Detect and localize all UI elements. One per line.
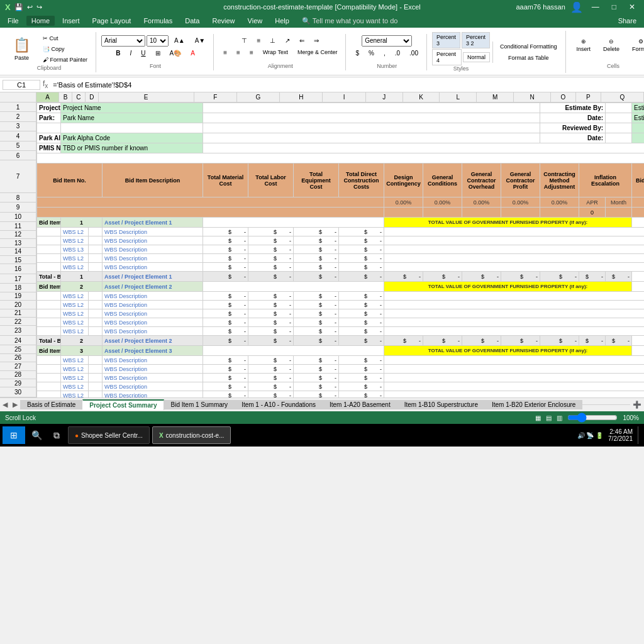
row-25[interactable]: 25 — [0, 345, 36, 353]
taskbar-app-1[interactable]: ● Shopee Seller Centr... — [68, 426, 150, 444]
row-18[interactable]: 18 — [0, 284, 36, 292]
menu-insert[interactable]: Insert — [57, 16, 85, 26]
wrap-text-btn[interactable]: Wrap Text — [258, 47, 292, 57]
pmis-value-cell[interactable]: TBD or PMIS number if known — [61, 143, 203, 153]
row-13[interactable]: 13 — [0, 239, 36, 247]
col-p[interactable]: P — [576, 92, 601, 103]
delete-cells-btn[interactable]: ⊖Delete — [597, 35, 625, 55]
menu-formulas[interactable]: Formulas — [138, 16, 177, 26]
row-7[interactable]: 7 — [0, 160, 36, 193]
add-sheet-btn[interactable]: ➕ — [630, 399, 644, 410]
row-12[interactable]: 12 — [0, 231, 36, 239]
sheet-tab-basis[interactable]: Basis of Estimate — [20, 400, 82, 409]
align-left-btn[interactable]: ≡ — [219, 47, 231, 58]
sheet-nav-right[interactable]: ▶ — [10, 399, 20, 410]
menu-review[interactable]: Review — [207, 16, 240, 26]
show-desktop-btn[interactable] — [638, 426, 641, 444]
number-format-select[interactable]: General — [362, 35, 412, 47]
col-i[interactable]: I — [323, 92, 365, 103]
wbs-desc-15[interactable]: WBS Description — [103, 263, 203, 272]
font-color-btn[interactable]: A — [186, 48, 199, 58]
border-btn[interactable]: ⊞ — [151, 48, 165, 58]
decimal-inc-btn[interactable]: .0 — [391, 48, 404, 58]
row-27[interactable]: 27 — [0, 362, 36, 370]
zoom-slider[interactable] — [567, 414, 618, 421]
merge-center-btn[interactable]: Merge & Center — [293, 47, 342, 57]
project-label-cell[interactable]: Project: — [37, 103, 61, 113]
row-5[interactable]: 5 — [0, 142, 36, 151]
search-btn[interactable]: 🔍 — [28, 426, 45, 444]
col-f[interactable]: F — [194, 92, 237, 103]
insert-cells-btn[interactable]: ⊕Insert — [571, 35, 597, 55]
row-6[interactable]: 6 — [0, 151, 36, 160]
gov-value-3[interactable]: $ - — [632, 346, 644, 356]
row-15[interactable]: 15 — [0, 256, 36, 264]
col-e[interactable]: E — [99, 92, 194, 103]
row-19[interactable]: 19 — [0, 292, 36, 301]
align-top-btn[interactable]: ⊤ — [237, 35, 252, 46]
align-middle-btn[interactable]: ≡ — [252, 35, 265, 46]
project-value-cell[interactable]: Project Name — [61, 103, 203, 113]
sheet-nav-left[interactable]: ◀ — [0, 399, 10, 410]
col-c[interactable]: C — [72, 92, 86, 103]
menu-help[interactable]: Help — [270, 16, 294, 26]
decimal-dec-btn[interactable]: .00 — [405, 48, 423, 58]
gov-value-2[interactable]: $ - — [632, 282, 644, 292]
sheet-tab-item-a10[interactable]: Item 1 - A10 - Foundations — [235, 400, 323, 409]
row-24[interactable]: 24 — [0, 336, 36, 345]
col-j[interactable]: J — [366, 92, 403, 103]
quick-access-undo[interactable]: ↩ — [27, 3, 33, 11]
row-22[interactable]: 22 — [0, 318, 36, 326]
wbs-desc-13[interactable]: WBS Description — [103, 245, 203, 254]
bid-item-3-desc[interactable]: Asset / Project Element 3 — [103, 346, 203, 356]
minimize-btn[interactable]: — — [588, 3, 603, 11]
sheet-tab-item-b20[interactable]: Item 1-B20 Exterior Enclosure — [485, 400, 582, 409]
font-increase-btn[interactable]: A▲ — [170, 35, 189, 46]
park-alpha-cell[interactable]: Park Alpha Code — [61, 133, 203, 143]
col-m[interactable]: M — [477, 92, 514, 103]
font-size-select[interactable]: 10 — [147, 35, 169, 47]
col-l[interactable]: L — [440, 92, 477, 103]
col-d[interactable]: D — [86, 92, 99, 103]
menu-file[interactable]: File — [3, 16, 24, 26]
row-17[interactable]: 17 — [0, 274, 36, 284]
sheet-tab-item-b10[interactable]: Item 1-B10 Superstructure — [397, 400, 485, 409]
mat-11[interactable]: $ - — [203, 228, 248, 236]
percent-btn[interactable]: % — [364, 48, 379, 58]
sheet-tab-project-cost[interactable]: Project Cost Summary — [82, 399, 164, 410]
col-a[interactable]: A — [36, 92, 59, 103]
font-decrease-btn[interactable]: A▼ — [191, 35, 210, 46]
menu-page-layout[interactable]: Page Layout — [87, 16, 136, 26]
menu-search[interactable]: 🔍 Tell me what you want to do — [297, 16, 403, 26]
indent-increase-btn[interactable]: ⇒ — [309, 35, 323, 46]
taskview-btn[interactable]: ⧉ — [48, 426, 65, 444]
formula-input[interactable]: ='Basis of Estimate'!$D$4 — [50, 80, 641, 89]
direct-11[interactable]: $ - — [339, 228, 384, 236]
bid-item-2-desc[interactable]: Asset / Project Element 2 — [103, 282, 203, 292]
lab-11[interactable]: $ - — [248, 228, 294, 236]
row-30[interactable]: 30 — [0, 387, 36, 397]
paste-btn[interactable]: 📋 Paste — [6, 35, 37, 63]
menu-home[interactable]: Home — [26, 16, 55, 26]
view-layout-btn[interactable]: ▤ — [546, 414, 552, 421]
overhead-pct[interactable]: 0.00% — [462, 197, 501, 208]
clock[interactable]: 2:46 AM 7/2/2021 — [608, 428, 633, 442]
menu-data[interactable]: Data — [180, 16, 204, 26]
comma-btn[interactable]: , — [379, 48, 390, 58]
row-23[interactable]: 23 — [0, 326, 36, 335]
format-table-btn[interactable]: Format as Table — [504, 53, 553, 63]
row-21[interactable]: 21 — [0, 309, 36, 318]
view-normal-btn[interactable]: ▦ — [535, 414, 541, 421]
cut-btn[interactable]: ✂ Cut — [38, 33, 92, 43]
percent4-btn[interactable]: Percent 4 — [432, 49, 462, 65]
col-g[interactable]: G — [237, 92, 280, 103]
col-k[interactable]: K — [403, 92, 440, 103]
park-value-cell[interactable]: Park Name — [61, 113, 203, 123]
general-pct[interactable]: 0.00% — [423, 197, 462, 208]
col-n[interactable]: N — [514, 92, 551, 103]
row-9[interactable]: 9 — [0, 203, 36, 212]
text-direction-btn[interactable]: ↗ — [280, 35, 294, 46]
sheet-tab-item-a20[interactable]: Item 1-A20 Basement — [323, 400, 397, 409]
accounting-btn[interactable]: $ — [351, 48, 364, 58]
italic-btn[interactable]: I — [126, 48, 136, 58]
